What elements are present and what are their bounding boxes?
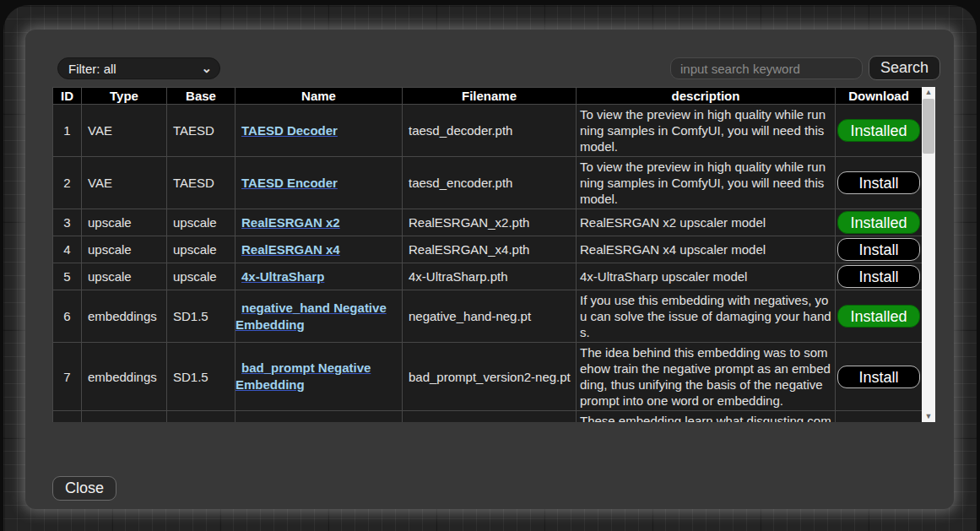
cell-download: Installed [836,290,923,343]
cell-description: The idea behind this embedding was to so… [577,343,836,411]
cell-filename: RealESRGAN_x4.pth [403,236,577,263]
cell-name: TAESD Decoder [236,105,403,157]
model-name-link[interactable]: TAESD Encoder [241,176,338,190]
cell-description: RealESRGAN x4 upscaler model [577,236,836,263]
column-header: Name [236,88,403,105]
model-name-link[interactable]: negative_hand Negative Embedding [236,301,387,332]
search-input[interactable] [670,57,863,79]
app-window: Filter: all ⌄ Search IDTypeBaseNameFilen… [0,0,980,531]
cell-id: 2 [53,157,82,209]
cell-base: upscale [167,263,236,290]
cell-download [836,411,923,423]
cell-id [53,411,82,423]
column-header: Base [167,88,236,105]
column-header: description [577,88,836,105]
model-table-body: 1 VAE TAESD TAESD Decoder taesd_decoder.… [53,105,923,423]
cell-filename: taesd_decoder.pth [403,105,577,157]
cell-name: bad_prompt Negative Embedding [236,343,403,411]
table-row: These embedding learn what disgusting co… [53,411,923,423]
model-table-container: IDTypeBaseNameFilenamedescriptionDownloa… [52,87,935,422]
cell-filename [403,411,577,423]
cell-description: RealESRGAN x2 upscaler model [577,209,836,236]
model-name-link[interactable]: RealESRGAN x2 [241,215,340,230]
column-header: Filename [403,88,577,105]
cell-id: 6 [53,290,82,343]
cell-name: TAESD Encoder [236,157,403,209]
download-button[interactable]: Install [837,265,920,288]
cell-name: negative_hand Negative Embedding [236,290,403,343]
scrollbar-thumb[interactable] [923,99,934,154]
cell-download: Install [836,236,923,263]
cell-filename: negative_hand-neg.pt [403,290,577,343]
cell-type: VAE [82,105,167,157]
cell-id: 1 [53,105,82,157]
cell-description: These embedding learn what disgusting co… [577,411,836,423]
cell-id: 5 [53,263,82,290]
download-button[interactable]: Installed [837,305,920,328]
table-header-row: IDTypeBaseNameFilenamedescriptionDownloa… [53,88,923,105]
table-row: 2 VAE TAESD TAESD Encoder taesd_encoder.… [53,157,923,209]
cell-filename: bad_prompt_version2-neg.pt [403,343,577,411]
cell-description: To view the preview in high quality whil… [577,157,836,209]
table-row: 6 embeddings SD1.5 negative_hand Negativ… [53,290,923,343]
download-button[interactable]: Install [837,238,920,261]
scroll-up-icon[interactable]: ▲ [922,87,935,98]
cell-name [236,411,403,423]
cell-name: RealESRGAN x4 [236,236,403,263]
download-button[interactable]: Install [837,171,920,194]
model-name-link[interactable]: bad_prompt Negative Embedding [236,360,371,392]
cell-type: embeddings [82,343,167,411]
column-header: ID [53,88,82,105]
filter-select-wrap: Filter: all ⌄ [57,57,220,79]
cell-description: 4x-UltraSharp upscaler model [577,263,836,290]
cell-base: TAESD [167,105,236,157]
cell-filename: 4x-UltraSharp.pth [403,263,577,290]
cell-id: 7 [53,343,82,411]
filter-select[interactable]: Filter: all [57,57,220,79]
download-button[interactable]: Installed [837,119,920,142]
model-name-link[interactable]: RealESRGAN x4 [241,242,340,257]
close-button[interactable]: Close [52,476,116,501]
search-button[interactable]: Search [869,56,940,80]
cell-type: upscale [82,263,167,290]
cell-type: upscale [82,236,167,263]
cell-download: Installed [836,209,923,236]
cell-name: RealESRGAN x2 [236,209,403,236]
model-name-link[interactable]: TAESD Decoder [241,123,338,138]
download-button[interactable]: Installed [837,211,920,234]
table-row: 7 embeddings SD1.5 bad_prompt Negative E… [53,343,923,411]
cell-base: TAESD [167,157,236,209]
cell-type [82,411,167,423]
cell-description: To view the preview in high quality whil… [577,105,836,157]
cell-base: SD1.5 [167,343,236,411]
table-row: 4 upscale upscale RealESRGAN x4 RealESRG… [53,236,923,263]
cell-description: If you use this embedding with negatives… [577,290,836,343]
cell-download: Install [836,263,923,290]
cell-id: 3 [53,209,82,236]
table-row: 1 VAE TAESD TAESD Decoder taesd_decoder.… [53,105,923,157]
cell-base [167,411,236,423]
node-editor-canvas[interactable]: Filter: all ⌄ Search IDTypeBaseNameFilen… [3,5,977,531]
cell-type: upscale [82,209,167,236]
scroll-down-icon[interactable]: ▼ [922,411,935,422]
download-button[interactable]: Install [837,366,920,388]
cell-download: Install [836,157,923,209]
table-scrollbar[interactable]: ▲ ▼ [922,87,935,422]
column-header: Type [82,88,167,105]
model-name-link[interactable]: 4x-UltraSharp [241,269,324,284]
model-install-dialog: Filter: all ⌄ Search IDTypeBaseNameFilen… [25,30,954,509]
cell-id: 4 [53,236,82,263]
cell-base: upscale [167,209,236,236]
cell-name: 4x-UltraSharp [236,263,403,290]
cell-filename: RealESRGAN_x2.pth [403,209,577,236]
cell-base: SD1.5 [167,290,236,343]
column-header: Download [836,88,923,105]
cell-type: embeddings [82,290,167,343]
table-row: 5 upscale upscale 4x-UltraSharp 4x-Ultra… [53,263,923,290]
cell-download: Install [836,343,923,411]
cell-base: upscale [167,236,236,263]
cell-filename: taesd_encoder.pth [403,157,577,209]
cell-type: VAE [82,157,167,209]
cell-download: Installed [836,105,923,157]
table-row: 3 upscale upscale RealESRGAN x2 RealESRG… [53,209,923,236]
